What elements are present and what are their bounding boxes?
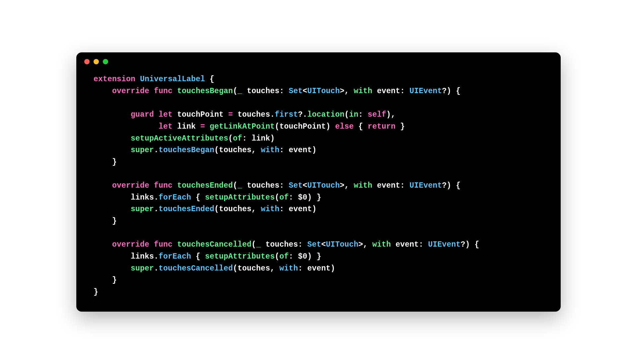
code-token: in xyxy=(349,110,358,119)
code-token: (touches, xyxy=(214,205,261,213)
code-token: of xyxy=(279,252,289,261)
code-token: UniversalLabel xyxy=(140,75,205,84)
code-token: : event) xyxy=(279,205,317,213)
code-token: touches xyxy=(265,240,298,249)
code-token: Set xyxy=(289,87,303,95)
code-token: override func xyxy=(112,181,173,190)
code-token xyxy=(94,134,131,143)
code-token: event xyxy=(395,240,419,249)
titlebar xyxy=(76,52,561,64)
code-token: _ xyxy=(238,181,242,190)
code-token: { xyxy=(205,75,214,84)
code-token: < xyxy=(321,240,326,249)
code-token: } xyxy=(94,288,98,296)
code-token: event xyxy=(377,87,400,95)
code-line: override func touchesBegan(_ touches: Se… xyxy=(94,86,543,97)
code-token xyxy=(242,181,247,190)
code-token: : xyxy=(298,240,307,249)
code-line: override func touchesCancelled(_ touches… xyxy=(94,239,543,251)
code-token: location xyxy=(307,110,344,119)
code-token: setupAttributes xyxy=(205,193,275,202)
code-token xyxy=(94,146,131,154)
code-token: ( xyxy=(233,87,238,95)
code-token: Set xyxy=(289,181,303,190)
code-token: : xyxy=(279,181,289,190)
code-token: . xyxy=(154,264,159,273)
code-token: ?) { xyxy=(460,240,479,249)
code-token: super xyxy=(131,264,154,273)
code-editor[interactable]: extension UniversalLabel { override func… xyxy=(76,64,561,311)
minimize-button[interactable] xyxy=(94,59,99,64)
code-line: let link = getLinkAtPoint(touchPoint) el… xyxy=(94,121,543,133)
code-line: } xyxy=(94,215,543,227)
code-token: with xyxy=(354,87,372,95)
code-token: = xyxy=(228,110,233,119)
code-window: extension UniversalLabel { override func… xyxy=(76,52,561,311)
code-token: touches xyxy=(247,181,279,190)
code-token: ) } xyxy=(307,252,321,261)
code-token: UITouch xyxy=(307,87,340,95)
code-token: setupAttributes xyxy=(205,252,275,261)
code-token: { xyxy=(191,252,205,261)
code-token: ?) { xyxy=(442,181,460,190)
code-token: Set xyxy=(307,240,321,249)
code-token: super xyxy=(131,146,154,154)
code-token xyxy=(372,87,377,95)
zoom-button[interactable] xyxy=(103,59,108,64)
code-token: _ xyxy=(238,87,242,95)
code-token: $0 xyxy=(298,252,307,261)
code-token: : xyxy=(358,110,368,119)
code-token: >, xyxy=(340,87,354,95)
code-line: links.forEach { setupAttributes(of: $0) … xyxy=(94,251,543,263)
close-button[interactable] xyxy=(84,59,90,64)
code-line xyxy=(94,227,543,239)
code-token: >, xyxy=(358,240,372,249)
code-token xyxy=(94,99,98,107)
code-token: with xyxy=(279,264,298,273)
code-token: super xyxy=(131,205,154,213)
code-line: } xyxy=(94,286,543,298)
code-token: : xyxy=(289,252,298,261)
code-token: } xyxy=(94,217,117,225)
code-token: : xyxy=(400,87,409,95)
code-token: < xyxy=(303,181,307,190)
code-token xyxy=(94,87,112,95)
code-token xyxy=(94,110,131,119)
code-token: : xyxy=(289,193,298,202)
code-token: : xyxy=(279,87,289,95)
code-token: return xyxy=(368,122,395,131)
code-token xyxy=(173,87,177,95)
code-token xyxy=(372,181,377,190)
code-token: . xyxy=(154,205,159,213)
code-token: touchesCancelled xyxy=(159,264,233,273)
code-token: link xyxy=(173,122,200,131)
code-token: ), xyxy=(386,110,395,119)
code-token: touches. xyxy=(233,110,275,119)
code-token: with xyxy=(261,146,279,154)
code-token: override func xyxy=(112,240,173,249)
code-line xyxy=(94,168,543,180)
code-token: . xyxy=(154,146,159,154)
code-token: else xyxy=(335,122,354,131)
code-token: of xyxy=(279,193,289,202)
code-token: ( xyxy=(275,193,279,202)
code-token xyxy=(205,122,210,131)
code-token: : event) xyxy=(298,264,335,273)
code-token: let xyxy=(159,122,173,131)
code-token: touchesBegan xyxy=(177,87,233,95)
code-line: super.touchesCancelled(touches, with: ev… xyxy=(94,263,543,275)
code-token: < xyxy=(303,87,307,95)
code-token: _ xyxy=(256,240,261,249)
code-token: getLinkAtPoint xyxy=(210,122,275,131)
code-token: { xyxy=(191,193,205,202)
code-token: (touchPoint) xyxy=(275,122,335,131)
code-token: event xyxy=(377,181,400,190)
code-token: UITouch xyxy=(326,240,358,249)
code-token: touchesBegan xyxy=(159,146,214,154)
code-token: touches xyxy=(247,87,279,95)
code-token: extension xyxy=(94,75,140,84)
code-token: forEach xyxy=(159,252,191,261)
code-token xyxy=(94,229,98,237)
code-token: links. xyxy=(94,252,159,261)
code-token: self xyxy=(368,110,386,119)
